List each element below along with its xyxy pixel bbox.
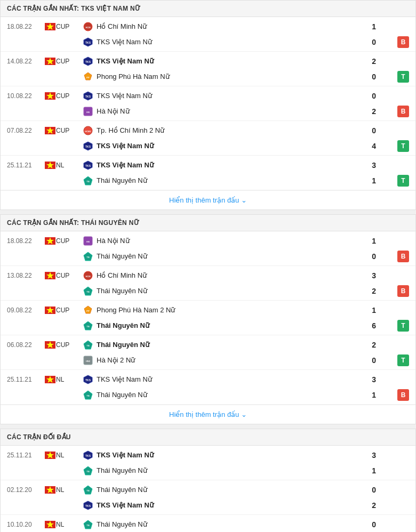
competition-label: CUP: [56, 341, 83, 349]
match-date: 18.08.22: [7, 237, 44, 245]
team-logo: TKS: [83, 450, 93, 461]
section-header: CÁC TRẬN GẦN NHẤT: THÁI NGUYÊN NỮ: [1, 215, 415, 231]
match-date: 14.08.22: [7, 58, 44, 65]
team-score: 1: [363, 466, 376, 475]
team-score: 2: [363, 287, 376, 295]
country-flag: [44, 237, 56, 245]
svg-text:HCM2: HCM2: [85, 130, 91, 133]
match-date: 07.08.22: [7, 127, 44, 134]
team-score: 2: [363, 57, 376, 66]
team-score: 0: [363, 126, 376, 135]
svg-text:TKS: TKS: [85, 60, 91, 63]
badge-placeholder: [397, 304, 409, 316]
section-tn: CÁC TRẬN GẦN NHẤT: THÁI NGUYÊN NỮ18.08.2…: [0, 214, 416, 424]
match-pair: 18.08.22CUPHCMHồ Chí Minh Nữ1TKSTKS Việt…: [1, 17, 415, 52]
team-score: 1: [363, 391, 376, 399]
team-name: Thái Nguyên Nữ: [97, 287, 363, 295]
team-score: 3: [363, 271, 376, 280]
team-logo: HN: [83, 236, 93, 246]
team-name: Thái Nguyên Nữ: [97, 520, 363, 528]
match-row: 09.08.22CUPPPPhong Phú Hà Nam 2 Nữ1: [1, 301, 415, 318]
team-name: Phong Phú Hà Nam 2 Nữ: [97, 306, 363, 314]
match-pair: 18.08.22CUPHNHà Nội Nữ1TNThái Nguyên Nữ0…: [1, 231, 415, 266]
team-logo: TN: [83, 390, 93, 400]
match-row: 10.08.22CUPTKSTKS Việt Nam Nữ0: [1, 86, 415, 103]
team-logo: PP: [83, 305, 93, 316]
match-date: 18.08.22: [7, 23, 44, 30]
team-logo: HCM: [83, 21, 93, 32]
match-pair: 25.11.21NLTKSTKS Việt Nam Nữ3TNThái Nguy…: [1, 446, 415, 480]
team-logo: HCM2: [83, 125, 93, 136]
competition-label: CUP: [56, 272, 83, 279]
section-header: CÁC TRẬN ĐỐI ĐẦU: [1, 429, 415, 446]
match-row: TNThái Nguyên Nữ6T: [1, 318, 415, 335]
competition-label: NL: [56, 376, 83, 383]
team-score: 1: [363, 176, 376, 185]
match-row: PPPhong Phú Hà Nam Nữ0T: [1, 69, 415, 86]
svg-text:TN: TN: [86, 470, 89, 473]
team-logo: HCM: [83, 270, 93, 281]
badge-placeholder: [397, 374, 409, 385]
team-score: 1: [363, 306, 376, 315]
match-row: TNThái Nguyên Nữ0B: [1, 248, 415, 265]
svg-text:TN: TN: [86, 325, 89, 328]
country-flag: [44, 92, 56, 100]
country-flag: [44, 307, 56, 314]
match-row: 06.08.22CUPTNThái Nguyên Nữ2: [1, 335, 415, 352]
result-badge: T: [397, 320, 409, 332]
competition-label: NL: [56, 162, 83, 169]
result-badge: B: [397, 389, 409, 401]
match-row: 18.08.22CUPHCMHồ Chí Minh Nữ1: [1, 17, 415, 34]
result-badge: B: [397, 36, 409, 48]
match-pair: 14.08.22CUPTKSTKS Việt Nam Nữ2PPPhong Ph…: [1, 52, 415, 86]
team-name: TKS Việt Nam Nữ: [97, 38, 363, 46]
svg-text:HCM: HCM: [85, 275, 91, 278]
competition-label: NL: [56, 521, 83, 528]
team-logo: TN: [83, 175, 93, 186]
svg-text:TKS: TKS: [85, 378, 91, 382]
country-flag: [44, 521, 56, 528]
match-date: 09.08.22: [7, 307, 44, 314]
match-date: 25.11.21: [7, 452, 44, 459]
team-name: TKS Việt Nam Nữ: [97, 92, 363, 100]
svg-text:TN: TN: [86, 180, 89, 183]
show-more-button[interactable]: Hiển thị thêm trận đấu ⌄: [1, 405, 415, 424]
team-score: 4: [363, 142, 376, 150]
team-name: Thái Nguyên Nữ: [97, 466, 363, 474]
match-row: TNThái Nguyên Nữ1T: [1, 173, 415, 190]
svg-text:TN: TN: [86, 394, 89, 397]
match-pair: 13.08.22CUPHCMHồ Chí Minh Nữ3TNThái Nguy…: [1, 266, 415, 301]
svg-text:TKS: TKS: [85, 454, 91, 457]
match-date: 10.08.22: [7, 92, 44, 100]
team-score: 2: [363, 501, 376, 510]
svg-text:TN: TN: [86, 489, 89, 492]
competition-label: CUP: [56, 23, 83, 30]
match-row: 02.12.20NLTNThái Nguyên Nữ0: [1, 480, 415, 497]
team-name: TKS Việt Nam Nữ: [97, 57, 363, 65]
team-logo: HN: [83, 106, 93, 117]
svg-text:TKS: TKS: [85, 145, 91, 148]
match-row: HNHà Nội Nữ2B: [1, 103, 415, 120]
badge-placeholder: [397, 465, 409, 477]
show-more-button[interactable]: Hiển thị thêm trận đấu ⌄: [1, 190, 415, 209]
match-row: 13.08.22CUPHCMHồ Chí Minh Nữ3: [1, 266, 415, 283]
team-logo: HN2: [83, 355, 93, 366]
team-score: 0: [363, 92, 376, 100]
badge-placeholder: [397, 55, 409, 67]
match-row: TKSTKS Việt Nam Nữ2: [1, 497, 415, 514]
match-row: 10.10.20NLTNThái Nguyên Nữ0: [1, 515, 415, 532]
country-flag: [44, 162, 56, 169]
match-date: 13.08.22: [7, 272, 44, 279]
match-row: HN2Hà Nội 2 Nữ0T: [1, 352, 415, 369]
team-name: TKS Việt Nam Nữ: [97, 142, 363, 150]
match-date: 06.08.22: [7, 341, 44, 349]
team-score: 3: [363, 161, 376, 170]
match-row: 18.08.22CUPHNHà Nội Nữ1: [1, 231, 415, 248]
svg-text:TN: TN: [86, 524, 89, 527]
team-score: 3: [363, 375, 376, 384]
match-row: 25.11.21NLTKSTKS Việt Nam Nữ3: [1, 156, 415, 173]
team-name: Hà Nội Nữ: [97, 237, 363, 245]
team-score: 6: [363, 321, 376, 330]
match-pair: 10.10.20NLTNThái Nguyên Nữ0TKSTKS Việt N…: [1, 515, 415, 532]
match-pair: 02.12.20NLTNThái Nguyên Nữ0TKSTKS Việt N…: [1, 480, 415, 515]
